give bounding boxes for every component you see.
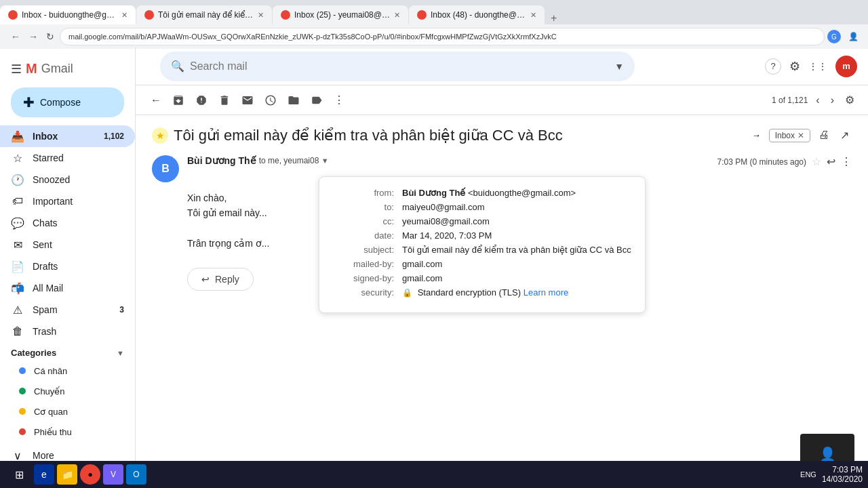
search-box[interactable]: 🔍 ▼ (160, 52, 635, 81)
help-icon[interactable]: ? (765, 58, 781, 75)
gmail-logo-m: M (26, 61, 37, 77)
delete-button[interactable] (214, 92, 235, 109)
search-input[interactable] (190, 60, 609, 73)
taskbar-ie-icon[interactable]: e (34, 464, 54, 485)
taskbar-viber-icon[interactable]: V (103, 464, 123, 485)
mark-unread-button[interactable] (237, 92, 258, 109)
taskbar-explorer-icon[interactable]: 📁 (57, 464, 77, 485)
address-bar[interactable]: mail.google.com/mail/b/APJWaaWm-OUSwx_GQ… (60, 28, 825, 45)
taskbar-outlook-icon[interactable]: O (126, 464, 146, 485)
email-star-icon[interactable]: ☆ (812, 155, 821, 168)
back-button[interactable]: ← (8, 30, 23, 43)
tab-3[interactable]: Inbox (25) - yeumai08@gmail.co... ✕ (273, 5, 408, 24)
all-mail-label: All Mail (33, 283, 124, 293)
email-details-popup: from: Bùi Dương Thế <buiduongthe@gmail.c… (319, 176, 646, 313)
tab-1-close[interactable]: ✕ (121, 11, 127, 20)
chrome-icon: ● (87, 470, 92, 479)
extensions-icon[interactable]: G (827, 30, 841, 43)
gmail-logo-text: Gmail (41, 62, 73, 76)
sidebar-item-all-mail[interactable]: 📬 All Mail (0, 277, 135, 299)
tab-1[interactable]: Inbox - buiduongthe@gmail.com... ✕ (0, 5, 136, 24)
sidebar-item-sent[interactable]: ✉ Sent (0, 234, 135, 256)
forward-button[interactable]: → (26, 30, 41, 43)
drafts-icon: 📄 (11, 260, 24, 273)
profile-icon[interactable]: 👤 (846, 30, 860, 43)
sidebar-item-inbox[interactable]: 📥 Inbox 1,102 (0, 125, 135, 147)
learn-more-link[interactable]: Learn more (524, 287, 568, 298)
more-label: More (33, 450, 124, 461)
print-icon[interactable]: 🖨 (816, 126, 832, 144)
outlook-icon: O (133, 470, 139, 479)
more-options-button[interactable]: ⋮ (330, 91, 349, 109)
move-to-icon[interactable]: → (752, 130, 761, 140)
account-avatar[interactable]: m (835, 56, 857, 77)
archive-button[interactable] (168, 92, 189, 109)
label-button[interactable] (307, 92, 327, 109)
tab-2-close[interactable]: ✕ (258, 11, 264, 20)
sidebar-item-ca-nhan[interactable]: Cá nhân (0, 361, 135, 381)
sidebar-item-co-quan[interactable]: Cơ quan (0, 401, 135, 422)
sender-name[interactable]: Bùi Dương Thế (187, 155, 256, 166)
email-more-icon[interactable]: ⋮ (841, 155, 852, 168)
inbox-icon: 📥 (11, 130, 24, 143)
signed-by-value: gmail.com (402, 273, 631, 283)
hamburger-icon[interactable]: ☰ (11, 62, 22, 77)
compose-label: Compose (40, 97, 81, 108)
email-meta-right: 7:03 PM (0 minutes ago) ☆ ↩ ⋮ (717, 155, 852, 168)
start-button[interactable]: ⊞ (5, 462, 33, 487)
move-to-button[interactable] (283, 92, 304, 109)
search-options-icon[interactable]: ▼ (614, 61, 624, 72)
ca-nhan-label: Cá nhân (34, 366, 67, 376)
categories-header[interactable]: Categories ▼ (0, 342, 135, 361)
back-to-inbox-button[interactable]: ← (146, 92, 165, 109)
detail-row-from: from: Bùi Dương Thế <buiduongthe@gmail.c… (333, 188, 631, 198)
sidebar-item-chats[interactable]: 💬 Chats (0, 212, 135, 234)
reply-quick-icon[interactable]: ↩ (827, 155, 835, 168)
reply-button[interactable]: ↩ Reply (187, 268, 254, 291)
categories-label: Categories (11, 348, 56, 358)
tab-4[interactable]: Inbox (48) - duongthe@ut.edu.v... ✕ (409, 5, 545, 24)
sidebar-item-spam[interactable]: ⚠ Spam 3 (0, 299, 135, 321)
open-new-window-icon[interactable]: ↗ (837, 126, 852, 144)
tab-4-close[interactable]: ✕ (530, 11, 536, 20)
sidebar-item-snoozed[interactable]: 🕐 Snoozed (0, 169, 135, 190)
spam-icon: ⚠ (11, 304, 24, 317)
sender-to: to me, yeumai08 ▼ (259, 156, 329, 165)
ie-icon: e (41, 469, 47, 480)
sidebar-item-phieu-thu[interactable]: Phiếu thu (0, 422, 135, 442)
reload-button[interactable]: ↻ (43, 30, 57, 43)
settings-icon[interactable]: ⚙ (789, 59, 800, 74)
header-actions: ? ⚙ ⋮⋮ m (765, 56, 857, 77)
grid-icon[interactable]: ⋮⋮ (808, 61, 827, 72)
snooze-button[interactable] (260, 92, 281, 109)
taskbar-chrome-icon[interactable]: ● (80, 464, 100, 485)
tab-bar: Inbox - buiduongthe@gmail.com... ✕ Tôi g… (0, 0, 868, 24)
spam-count: 3 (119, 305, 124, 314)
inbox-badge-label: Inbox (775, 131, 795, 140)
date-text: 14/03/2020 (822, 474, 863, 484)
spam-report-button[interactable] (191, 92, 212, 109)
main-content: 🔍 ▼ ? ⚙ ⋮⋮ m ← (136, 47, 868, 488)
taskbar: ⊞ e 📁 ● V O ENG 7:03 PM 14/03/2020 (0, 461, 868, 488)
chats-label: Chats (33, 218, 124, 228)
lock-icon: 🔒 (402, 288, 412, 298)
sidebar-item-starred[interactable]: ☆ Starred (0, 147, 135, 169)
new-tab-button[interactable]: + (545, 12, 562, 24)
tab-3-close[interactable]: ✕ (394, 11, 400, 20)
sidebar-item-important[interactable]: 🏷 Important (0, 190, 135, 212)
email-content: ★ Tôi gửi email này để kiểm tra và phân … (136, 115, 868, 488)
browser-nav-icons: G 👤 (827, 30, 860, 43)
tab-3-label: Inbox (25) - yeumai08@gmail.co... (294, 10, 390, 20)
inbox-badge-close[interactable]: ✕ (797, 131, 804, 140)
sidebar-item-chuyen[interactable]: Chuyến (0, 381, 135, 401)
sidebar-item-trash[interactable]: 🗑 Trash (0, 321, 135, 342)
tab-2[interactable]: Tôi gửi email này để kiểm tra va... ✕ (136, 5, 272, 24)
more-chevron-icon: ∨ (11, 449, 24, 462)
display-settings-icon[interactable]: ⚙ (842, 91, 857, 109)
sender-details-arrow[interactable]: ▼ (321, 157, 329, 165)
next-email-button[interactable]: › (828, 92, 837, 109)
sidebar-item-drafts[interactable]: 📄 Drafts (0, 256, 135, 277)
prev-email-button[interactable]: ‹ (813, 92, 822, 109)
co-quan-dot (19, 408, 26, 415)
compose-button[interactable]: ✚ Compose (11, 87, 124, 117)
